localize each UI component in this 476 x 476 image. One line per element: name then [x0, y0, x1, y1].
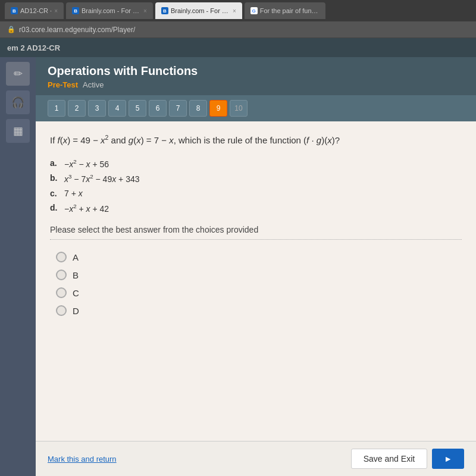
choice-d: d. −x2 + x + 42 — [50, 203, 462, 214]
instruction-text: Please select the best answer from the c… — [50, 225, 462, 240]
tab-google[interactable]: G For the pair of functions — [245, 2, 325, 19]
mark-return-link[interactable]: Mark this and return — [48, 455, 117, 464]
bottom-actions: Save and Exit ► — [351, 449, 464, 469]
tab-icon-ad12: B — [11, 7, 18, 14]
tab-icon-brainly1: B — [72, 7, 79, 14]
radio-options: A B C D — [50, 252, 462, 316]
save-exit-button[interactable]: Save and Exit — [351, 449, 427, 469]
radio-circle-c[interactable] — [56, 287, 67, 298]
question-btn-3[interactable]: 3 — [88, 100, 106, 117]
radio-option-c[interactable]: C — [56, 287, 462, 298]
next-button[interactable]: ► — [432, 449, 464, 469]
radio-circle-d[interactable] — [56, 305, 67, 316]
question-btn-5[interactable]: 5 — [129, 100, 146, 117]
audio-tool[interactable]: 🎧 — [6, 90, 30, 114]
app-header: em 2 AD12-CR — [0, 38, 476, 57]
calculator-tool[interactable]: ▦ — [6, 119, 30, 143]
question-text: If f(x) = 49 − x2 and g(x) = 7 − x, whic… — [50, 133, 462, 148]
question-btn-8[interactable]: 8 — [189, 100, 207, 117]
question-btn-4[interactable]: 4 — [108, 100, 126, 117]
choice-a: a. −x2 − x + 56 — [50, 158, 462, 169]
question-btn-1[interactable]: 1 — [48, 100, 65, 117]
choice-c: c. 7 + x — [50, 189, 462, 198]
lock-icon: 🔒 — [7, 26, 15, 33]
tab-icon-brainly2: B — [161, 7, 168, 14]
tab-icon-google: G — [250, 7, 258, 14]
quiz-title: Operations with Functions — [48, 64, 464, 78]
answer-choices: a. −x2 − x + 56 b. x3 − 7x2 − 49x + 343 … — [50, 158, 462, 214]
quiz-container: Operations with Functions Pre-Test Activ… — [36, 57, 476, 476]
browser-tabs: B AD12-CR · × B Brainly.com - For studen… — [0, 0, 476, 21]
choice-b: b. x3 − 7x2 − 49x + 343 — [50, 173, 462, 184]
question-btn-2[interactable]: 2 — [68, 100, 86, 117]
main-layout: ✏ 🎧 ▦ Operations with Functions Pre-Test… — [0, 57, 476, 476]
tab-ad12[interactable]: B AD12-CR · × — [5, 2, 64, 19]
question-btn-6[interactable]: 6 — [149, 100, 167, 117]
pencil-tool[interactable]: ✏ — [6, 62, 30, 86]
radio-circle-a[interactable] — [56, 252, 67, 262]
question-body: If f(x) = 49 − x2 and g(x) = 7 − x, whic… — [36, 121, 476, 441]
question-btn-7[interactable]: 7 — [169, 100, 187, 117]
tab-brainly2[interactable]: B Brainly.com - For students. By st × — [155, 2, 242, 19]
radio-circle-b[interactable] — [56, 270, 67, 280]
quiz-subtitle: Pre-Test Active — [48, 80, 464, 89]
question-btn-10[interactable]: 10 — [230, 100, 248, 117]
bottom-bar: Mark this and return Save and Exit ► — [36, 441, 476, 476]
tab-brainly1[interactable]: B Brainly.com - For students. By st × — [66, 2, 153, 19]
question-btn-9[interactable]: 9 — [209, 100, 227, 117]
radio-option-d[interactable]: D — [56, 305, 462, 316]
question-navigation: 1 2 3 4 5 6 7 8 9 10 — [36, 95, 476, 121]
active-label: Active — [83, 80, 104, 89]
content-area: Operations with Functions Pre-Test Activ… — [36, 57, 476, 476]
sidebar: ✏ 🎧 ▦ — [0, 57, 36, 476]
address-bar: 🔒 r03.core.learn.edgenuity.com/Player/ — [0, 21, 476, 38]
pretest-label: Pre-Test — [48, 80, 78, 89]
radio-option-a[interactable]: A — [56, 252, 462, 262]
quiz-header: Operations with Functions Pre-Test Activ… — [36, 57, 476, 95]
radio-option-b[interactable]: B — [56, 270, 462, 280]
